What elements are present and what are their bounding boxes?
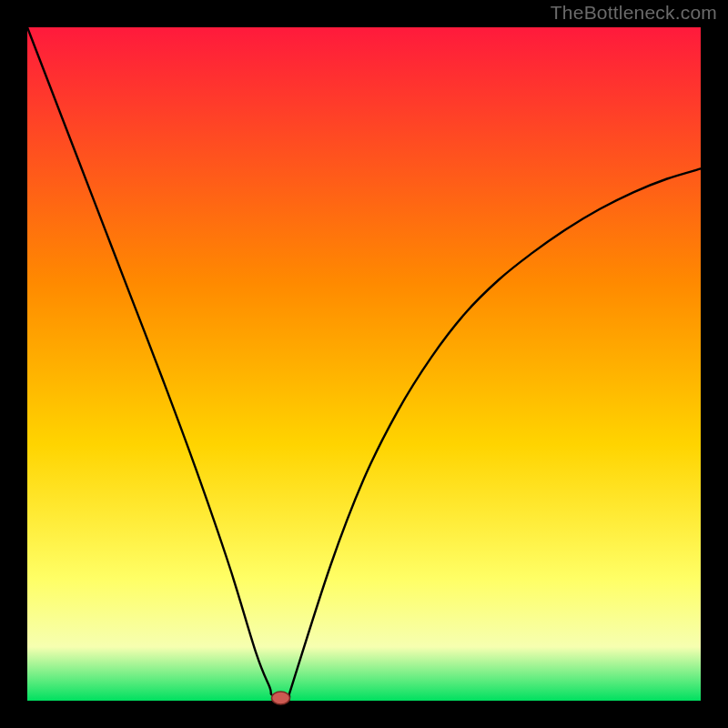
bottleneck-chart [0, 0, 728, 728]
chart-root: { "watermark": "TheBottleneck.com", "col… [0, 0, 728, 728]
gradient-background [27, 27, 701, 701]
optimal-point-marker [272, 692, 290, 704]
